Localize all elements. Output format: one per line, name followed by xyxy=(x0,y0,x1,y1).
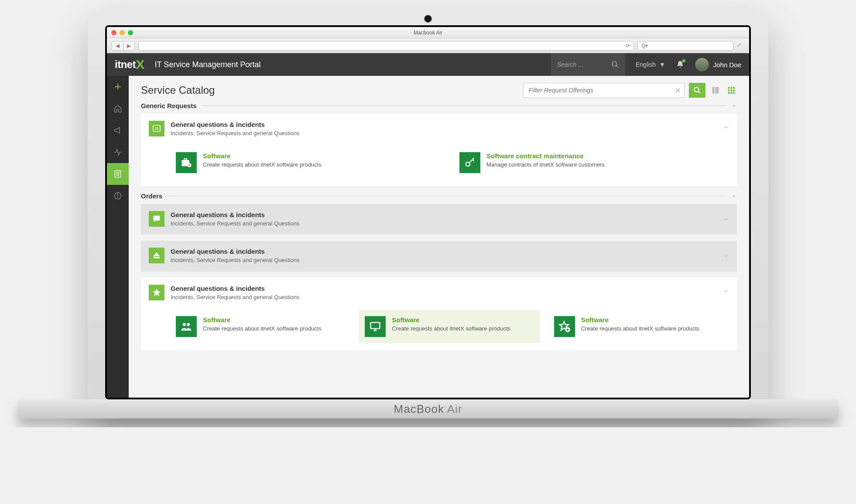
users-icon xyxy=(176,316,197,337)
offering-text: SoftwareCreate requests about itnetX sof… xyxy=(203,316,322,337)
browser-toolbar: ◀ ▶ ⟳ Q▾ ⤢ xyxy=(107,38,749,53)
clear-filter-button[interactable]: ✕ xyxy=(671,83,684,97)
search-prefix: Q xyxy=(641,43,645,49)
list-view-icon xyxy=(711,86,720,95)
forward-button[interactable]: ▶ xyxy=(123,41,134,50)
card-description: Incidents, Service Requests and general … xyxy=(171,293,300,301)
svg-point-11 xyxy=(694,87,699,92)
svg-line-1 xyxy=(616,65,618,68)
svg-rect-13 xyxy=(712,87,715,94)
offering-title: Software xyxy=(392,316,510,324)
offering-title: Software xyxy=(581,316,700,324)
fullscreen-icon[interactable]: ⤢ xyxy=(737,42,745,50)
card-titles: General questions & incidentsIncidents, … xyxy=(171,248,300,264)
svg-text:24: 24 xyxy=(154,127,159,131)
minimize-window-icon[interactable] xyxy=(120,30,125,35)
card-header: General questions & incidentsIncidents, … xyxy=(149,248,729,264)
plus-icon xyxy=(113,82,122,91)
svg-rect-20 xyxy=(733,89,735,91)
card-description: Incidents, Service Requests and general … xyxy=(171,129,300,137)
filter-search-button[interactable] xyxy=(689,83,705,98)
sidebar-info[interactable] xyxy=(107,185,129,207)
chevron-down-icon[interactable] xyxy=(723,253,729,259)
briefcase-gear-icon xyxy=(176,152,197,173)
offering-title: Software contract maintenance xyxy=(486,152,605,160)
section-header[interactable]: Orders xyxy=(141,192,737,200)
app-title: IT Service Management Portal xyxy=(155,60,261,69)
user-menu[interactable]: John Doe xyxy=(695,58,741,72)
offering-title: Software xyxy=(203,152,322,160)
filter-input[interactable] xyxy=(524,83,671,97)
category-card[interactable]: 24General questions & incidentsIncidents… xyxy=(141,114,737,186)
logo-accent: X xyxy=(136,57,144,72)
app-header: itnetX IT Service Management Portal Sear… xyxy=(107,53,749,76)
offering-item[interactable]: SoftwareCreate requests about itnetX sof… xyxy=(548,310,729,343)
content: Service Catalog ✕ xyxy=(129,76,749,398)
key-icon xyxy=(459,152,480,173)
offerings-row: SoftwareCreate requests about itnetX sof… xyxy=(149,310,729,343)
offering-item[interactable]: SoftwareCreate requests about itnetX sof… xyxy=(170,146,445,179)
search-icon xyxy=(611,61,619,68)
application: itnetX IT Service Management Portal Sear… xyxy=(107,53,749,398)
language-selector[interactable]: English ▼ xyxy=(636,61,665,68)
zoom-window-icon[interactable] xyxy=(128,30,133,35)
category-card[interactable]: General questions & incidentsIncidents, … xyxy=(141,278,737,350)
close-window-icon[interactable] xyxy=(111,30,116,35)
view-grid-button[interactable] xyxy=(726,85,737,96)
offering-item[interactable]: SoftwareCreate requests about itnetX sof… xyxy=(170,310,351,343)
svg-rect-17 xyxy=(733,87,735,89)
url-bar[interactable]: ⟳ xyxy=(138,41,634,51)
svg-line-12 xyxy=(698,91,700,93)
card-titles: General questions & incidentsIncidents, … xyxy=(171,211,300,228)
svg-point-0 xyxy=(612,61,617,66)
offering-item[interactable]: SoftwareCreate requests about itnetX sof… xyxy=(359,310,540,343)
filter-controls: ✕ xyxy=(523,83,737,98)
sidebar-catalog[interactable] xyxy=(107,163,129,185)
svg-point-30 xyxy=(466,162,470,166)
mac-titlebar: Macbook Air xyxy=(107,27,749,38)
offering-description: Create requests about itnetX software pr… xyxy=(392,325,510,333)
chevron-down-icon[interactable] xyxy=(723,216,729,222)
notification-badge xyxy=(682,59,685,62)
reload-icon[interactable]: ⟳ xyxy=(626,43,630,49)
logo[interactable]: itnetX xyxy=(115,57,144,72)
screen-bezel: Macbook Air ◀ ▶ ⟳ Q▾ ⤢ xyxy=(105,25,751,399)
offering-text: SoftwareCreate requests about itnetX sof… xyxy=(392,316,510,337)
svg-rect-23 xyxy=(733,92,735,94)
chat-icon xyxy=(149,211,164,227)
chevron-up-icon[interactable] xyxy=(723,124,729,130)
svg-rect-16 xyxy=(730,87,732,89)
svg-point-37 xyxy=(187,323,190,326)
notifications-button[interactable] xyxy=(676,60,685,69)
traffic-lights xyxy=(107,30,133,35)
monitor-icon xyxy=(365,316,386,337)
laptop-base: MacBook Air xyxy=(18,399,838,419)
offerings-row: SoftwareCreate requests about itnetX sof… xyxy=(149,146,729,179)
support-24-icon: 24 xyxy=(149,121,164,136)
sidebar-activity[interactable] xyxy=(107,141,129,163)
sidebar-add-button[interactable] xyxy=(107,76,129,98)
laptop-label-bold: MacBook xyxy=(394,402,444,415)
category-card[interactable]: General questions & incidentsIncidents, … xyxy=(141,241,737,271)
sidebar-home[interactable] xyxy=(107,98,129,119)
chevron-up-icon[interactable] xyxy=(731,103,737,109)
category-card[interactable]: General questions & incidentsIncidents, … xyxy=(141,204,737,235)
header-search[interactable]: Search ... xyxy=(551,53,625,76)
app-body: Service Catalog ✕ xyxy=(107,76,749,398)
back-button[interactable]: ◀ xyxy=(112,41,123,50)
section-header[interactable]: Generic Requests xyxy=(141,102,737,109)
browser-search[interactable]: Q▾ xyxy=(637,41,733,51)
page-header: Service Catalog ✕ xyxy=(141,83,737,98)
card-header: General questions & incidentsIncidents, … xyxy=(149,285,729,301)
card-description: Incidents, Service Requests and general … xyxy=(171,220,300,228)
view-list-button[interactable] xyxy=(710,85,721,96)
offering-text: Software contract maintenanceManage cont… xyxy=(486,152,605,173)
offering-description: Create requests about itnetX software pr… xyxy=(203,325,322,333)
svg-rect-34 xyxy=(154,257,160,259)
offering-item[interactable]: Software contract maintenanceManage cont… xyxy=(453,146,729,179)
card-header: General questions & incidentsIncidents, … xyxy=(149,211,729,228)
sidebar-announcements[interactable] xyxy=(107,119,129,141)
chevron-up-icon[interactable] xyxy=(723,288,729,294)
chevron-up-icon[interactable] xyxy=(731,193,737,199)
laptop-frame: Macbook Air ◀ ▶ ⟳ Q▾ ⤢ xyxy=(88,9,768,419)
